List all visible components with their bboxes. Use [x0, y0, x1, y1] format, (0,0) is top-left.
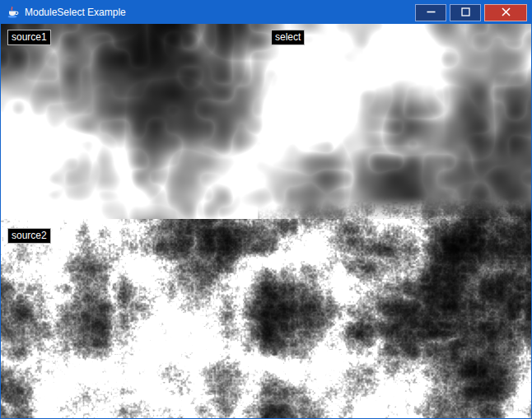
maximize-button[interactable]: [450, 4, 481, 21]
maximize-icon: [461, 5, 470, 20]
source2-noise-image: [1, 219, 531, 418]
source1-label: source1: [7, 30, 51, 45]
close-icon: [502, 5, 511, 20]
window-controls: [415, 4, 531, 21]
minimize-button[interactable]: [415, 4, 446, 21]
java-coffee-cup-icon: [7, 6, 20, 19]
app-window: ModuleSelect Example: [0, 0, 532, 419]
window-title: ModuleSelect Example: [25, 1, 126, 24]
select-label: select: [271, 30, 305, 45]
render-area: source1 select source2: [1, 24, 531, 418]
minimize-icon: [427, 5, 436, 20]
close-button[interactable]: [484, 4, 527, 21]
source1-noise-image: [1, 24, 258, 220]
source2-label: source2: [7, 228, 51, 244]
titlebar[interactable]: ModuleSelect Example: [1, 1, 531, 24]
